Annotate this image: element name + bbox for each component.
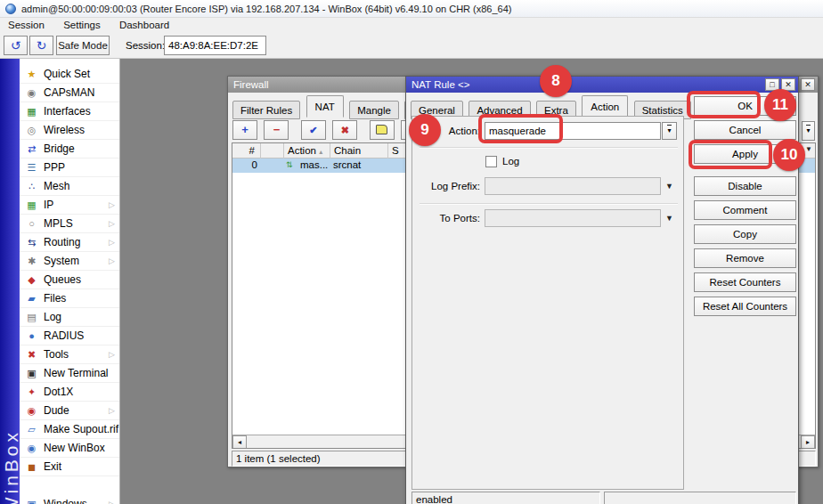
wireless-icon: ◎	[23, 121, 40, 140]
dot1x-icon: ✦	[23, 383, 40, 402]
log-checkbox[interactable]	[485, 156, 497, 167]
highlight-apply-button	[689, 140, 772, 169]
log-prefix-dropdown-icon[interactable]: ▼	[665, 182, 673, 191]
sidebar-item-capsman[interactable]: ◉CAPsMAN	[20, 84, 119, 102]
to-ports-dropdown-icon[interactable]: ▼	[665, 214, 673, 223]
submenu-arrow-icon: ▷	[109, 196, 115, 215]
reset-all-counters-button[interactable]: Reset All Counters	[694, 297, 796, 316]
row-action: mas...	[300, 159, 328, 173]
mesh-icon: ∴	[23, 177, 40, 196]
maximize-icon: □	[770, 80, 774, 89]
sidebar-item-dot1x[interactable]: ✦Dot1X	[20, 383, 119, 402]
highlight-ok-button	[687, 91, 761, 118]
submenu-arrow-icon: ▷	[109, 233, 115, 252]
firewall-title: Firewall	[233, 79, 269, 90]
sidebar-item-quick-set[interactable]: ★Quick Set	[20, 65, 119, 84]
sidebar-item-files[interactable]: ▰Files	[20, 289, 119, 308]
log-prefix-input[interactable]	[485, 177, 661, 195]
scroll-left-button[interactable]: ◂	[232, 435, 247, 449]
col-num[interactable]: #	[232, 143, 261, 159]
reset-counters-button[interactable]: Reset Counters	[694, 272, 796, 292]
close-icon: ✕	[804, 80, 811, 89]
sidebar-item-routing[interactable]: ⇆Routing▷	[20, 233, 119, 252]
add-rule-button[interactable]: +	[232, 120, 257, 140]
exit-icon: ◼	[23, 458, 40, 476]
brand-strip: RouterOS WinBox	[0, 59, 20, 504]
submenu-arrow-icon: ▷	[109, 495, 115, 504]
action-dropdown-button[interactable]: ▾	[662, 122, 677, 140]
tab-filter-rules[interactable]: Filter Rules	[232, 101, 300, 119]
supout-doc-icon: ▱	[23, 420, 40, 439]
submenu-arrow-icon: ▷	[109, 215, 115, 233]
undo-button[interactable]: ↺	[4, 36, 28, 55]
col-chain[interactable]: Chain	[330, 143, 388, 159]
sidebar-item-new-terminal[interactable]: ▣New Terminal	[20, 364, 119, 383]
comment-button[interactable]: Comment	[694, 200, 796, 220]
sidebar-item-ppp[interactable]: ☰PPP	[20, 159, 119, 177]
menu-dashboard[interactable]: Dashboard	[111, 18, 177, 33]
copy-button[interactable]: Copy	[694, 224, 796, 244]
sidebar-item-dude[interactable]: ◉Dude▷	[20, 402, 119, 420]
remove-rule-button[interactable]: −	[264, 120, 289, 140]
sidebar-item-windows[interactable]: ▣Windows▷	[20, 495, 119, 504]
cross-icon: ✖	[341, 125, 349, 135]
submenu-arrow-icon: ▷	[109, 345, 115, 364]
winbox-globe-icon	[5, 4, 16, 14]
sidebar-item-make-supout[interactable]: ▱Make Supout.rif	[20, 420, 119, 439]
step-marker-9: 9	[409, 114, 441, 146]
log-label: Log	[502, 156, 538, 167]
radius-icon: ●	[23, 327, 40, 345]
terminal-icon: ▣	[23, 364, 40, 383]
session-input[interactable]: 48:A9:8A:EE:D7:2E	[164, 36, 266, 55]
brand-vertical-text: RouterOS WinBox	[1, 429, 20, 504]
winbox-globe-icon: ◉	[23, 439, 40, 458]
comment-note-icon	[376, 125, 387, 134]
redo-icon: ↻	[37, 38, 47, 53]
col-flags[interactable]	[261, 143, 284, 159]
scroll-left-icon: ◂	[238, 438, 241, 446]
remove-button[interactable]: Remove	[694, 248, 796, 268]
sidebar-item-exit[interactable]: ◼Exit	[20, 458, 119, 476]
sidebar-item-queues[interactable]: ◆Queues	[20, 271, 119, 289]
disable-rule-button[interactable]: ✖	[332, 120, 357, 140]
sidebar-item-mesh[interactable]: ∴Mesh	[20, 177, 119, 196]
sidebar-item-tools[interactable]: ✖Tools▷	[20, 345, 119, 364]
sidebar-item-system[interactable]: ✱System▷	[20, 252, 119, 271]
enable-rule-button[interactable]: ✔	[301, 120, 326, 140]
app-title: admin@50:00:00:09:00:03 (Router Encore I…	[21, 4, 511, 14]
scroll-right-button[interactable]: ▸	[801, 435, 815, 449]
sidebar-item-interfaces[interactable]: ▦Interfaces	[20, 102, 119, 121]
safe-mode-button[interactable]: Safe Mode	[56, 36, 110, 55]
tab-action[interactable]: Action	[582, 95, 628, 118]
masquerade-action-icon: ⇅	[286, 159, 293, 173]
sidebar-item-mpls[interactable]: ○MPLS▷	[20, 215, 119, 233]
sidebar-item-new-winbox[interactable]: ◉New WinBox	[20, 439, 119, 458]
menu-session[interactable]: Session	[0, 18, 53, 33]
col-action[interactable]: Action ▴	[284, 143, 330, 159]
tab-nat[interactable]: NAT	[306, 95, 344, 118]
files-folder-icon: ▰	[23, 289, 40, 308]
separator	[420, 147, 678, 149]
undo-icon: ↺	[11, 38, 21, 53]
tab-mangle[interactable]: Mangle	[349, 101, 399, 119]
menu-settings[interactable]: Settings	[55, 18, 109, 33]
sidebar-item-radius[interactable]: ●RADIUS	[20, 327, 119, 345]
step-marker-8: 8	[540, 65, 572, 97]
to-ports-input[interactable]	[485, 209, 661, 227]
cancel-button[interactable]: Cancel	[694, 120, 796, 140]
dude-icon: ◉	[23, 402, 40, 420]
session-label: Session:	[126, 40, 165, 51]
sidebar-item-ip[interactable]: ▦IP▷	[20, 196, 119, 215]
sidebar-item-bridge[interactable]: ⇄Bridge	[20, 140, 119, 159]
separator	[420, 203, 678, 205]
sidebar-item-log[interactable]: ▤Log	[20, 308, 119, 327]
check-icon: ✔	[309, 125, 317, 135]
comment-rule-button[interactable]	[370, 120, 395, 140]
sidebar-item-wireless[interactable]: ◎Wireless	[20, 121, 119, 140]
sidebar: ★Quick Set ◉CAPsMAN ▦Interfaces ◎Wireles…	[20, 59, 120, 504]
disable-button[interactable]: Disable	[694, 176, 796, 196]
step-marker-10: 10	[773, 139, 805, 171]
firewall-close-button[interactable]: ✕	[801, 78, 815, 91]
filter-dropdown-fragment[interactable]: ▾	[802, 121, 815, 141]
redo-button[interactable]: ↻	[29, 36, 53, 55]
